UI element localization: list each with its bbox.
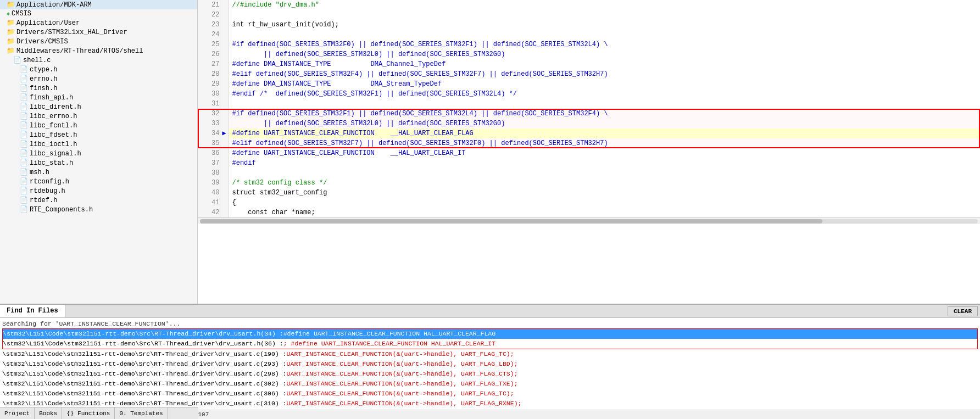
code-line-36: 36#define UART_INSTANCE_CLEAR_FUNCTION _… (198, 148, 980, 158)
search-result-row[interactable]: \stm32\L151\Code\stm32l151-rtt-demo\Src\… (2, 349, 978, 359)
sidebar-item-drivers-cmsis[interactable]: 📁Drivers/CMSIS (0, 37, 197, 46)
sidebar-item-libc-ioctl-h[interactable]: 📄libc_ioctl.h (0, 139, 197, 149)
sidebar-item-msh-h[interactable]: 📄msh.h (0, 167, 197, 177)
sidebar-item-rtdebug-h[interactable]: 📄rtdebug.h (0, 186, 197, 195)
code-line-33: 33 || defined(SOC_SERIES_STM32L0) || def… (198, 119, 980, 129)
sidebar-item-cmsis[interactable]: ◆CMSIS (0, 9, 197, 18)
line-number: 35 (198, 138, 220, 148)
code-line-24: 24 (198, 30, 980, 40)
code-content: #define UART_INSTANCE_CLEAR_FUNCTION __H… (229, 129, 980, 138)
code-content: /* stm32 config class */ (229, 178, 980, 188)
sidebar-label: finsh.h (30, 85, 57, 92)
sidebar-item-app-mdk[interactable]: 📁Application/MDK-ARM (0, 0, 197, 9)
sidebar-item-middlewares-rt[interactable]: 📁Middlewares/RT-Thread/RTOS/shell (0, 46, 197, 55)
code-line-23: 23int rt_hw_usart_init(void); (198, 20, 980, 30)
search-result-row[interactable]: \stm32\L151\Code\stm32l151-rtt-demo\Src\… (3, 339, 977, 349)
code-content: int rt_hw_usart_init(void); (229, 20, 980, 30)
sidebar-label: ctype.h (30, 66, 57, 74)
result-match: UART_INSTANCE_CLEAR_FUNCTION(&(uart->han… (287, 379, 978, 388)
clear-button[interactable]: CLEAR (948, 306, 978, 316)
line-number: 26 (198, 49, 220, 59)
code-content: struct stm32_uart_config (229, 188, 980, 198)
code-content: #endif (229, 158, 980, 168)
line-number: 37 (198, 158, 220, 168)
sidebar-item-libc-signal-h[interactable]: 📄libc_signal.h (0, 149, 197, 158)
code-content: #elif defined(SOC_SERIES_STM32F4) || def… (229, 69, 980, 79)
sidebar-item-errno-h[interactable]: 📄errno.h (0, 74, 197, 83)
sidebar-label: CMSIS (12, 10, 31, 18)
search-red-box: \stm32\L151\Code\stm32l151-rtt-demo\Src\… (2, 328, 978, 349)
line-arrow (220, 158, 229, 168)
sidebar-label: RTE_Components.h (30, 206, 93, 214)
line-arrow (220, 49, 229, 59)
sidebar-item-finsh-h[interactable]: 📄finsh.h (0, 83, 197, 93)
code-line-21: 21//#include "drv_dma.h" (198, 0, 980, 10)
sidebar-label: Application/User (16, 19, 80, 27)
code-line-39: 39/* stm32 config class */ (198, 178, 980, 188)
code-content (229, 168, 980, 178)
sidebar-label: rtdebug.h (30, 187, 65, 195)
sidebar-item-finsh-api-h[interactable]: 📄finsh_api.h (0, 93, 197, 102)
sidebar-label: msh.h (30, 169, 49, 176)
line-arrow (220, 99, 229, 109)
search-result-row[interactable]: \stm32\L151\Code\stm32l151-rtt-demo\Src\… (2, 379, 978, 389)
code-content: #define DMA_INSTANCE_TYPE DMA_Channel_Ty… (229, 59, 980, 69)
sidebar-label: libc_errno.h (30, 113, 77, 120)
line-arrow (220, 168, 229, 178)
result-match: ; #define UART_INSTANCE_CLEAR_FUNCTION H… (283, 339, 977, 348)
code-line-29: 29#define DMA_INSTANCE_TYPE DMA_Stream_T… (198, 79, 980, 89)
code-content: //#include "drv_dma.h" (229, 0, 980, 10)
line-number: 41 (198, 198, 220, 208)
line-number: 24 (198, 30, 220, 40)
search-result-row[interactable]: \stm32\L151\Code\stm32l151-rtt-demo\Src\… (2, 389, 978, 399)
code-line-28: 28#elif defined(SOC_SERIES_STM32F4) || d… (198, 69, 980, 79)
sidebar-item-libc-fdset-h[interactable]: 📄libc_fdset.h (0, 130, 197, 139)
sidebar-item-rtdef-h[interactable]: 📄rtdef.h (0, 195, 197, 205)
result-filepath: \stm32\L151\Code\stm32l151-rtt-demo\Src\… (2, 360, 287, 368)
search-result-row[interactable]: \stm32\L151\Code\stm32l151-rtt-demo\Src\… (2, 359, 978, 369)
sidebar-item-libc-fcntl-h[interactable]: 📄libc_fcntl.h (0, 121, 197, 130)
file-icon: 📄 (20, 112, 28, 120)
code-editor[interactable]: 21//#include "drv_dma.h"22 23int rt_hw_u… (198, 0, 980, 304)
sidebar: 📁Application/MDK-ARM◆CMSIS📁Application/U… (0, 0, 198, 304)
sidebar-item-drivers-stm32[interactable]: 📁Drivers/STM32L1xx_HAL_Driver (0, 27, 197, 37)
sidebar-item-libc-stat-h[interactable]: 📄libc_stat.h (0, 158, 197, 167)
result-match: #define UART_INSTANCE_CLEAR_FUNCTION HAL… (283, 329, 977, 338)
sidebar-item-libc-dirent-h[interactable]: 📄libc_dirent.h (0, 102, 197, 111)
main-area: 📁Application/MDK-ARM◆CMSIS📁Application/U… (0, 0, 980, 304)
sidebar-item-rte-components-h[interactable]: 📄RTE_Components.h (0, 205, 197, 214)
line-number: 28 (198, 69, 220, 79)
search-result-row[interactable]: \stm32\L151\Code\stm32l151-rtt-demo\Src\… (3, 329, 977, 339)
tab-find-in-files[interactable]: Find In Files (0, 305, 65, 317)
line-arrow (220, 188, 229, 198)
file-icon: 📄 (13, 56, 21, 64)
result-match: UART_INSTANCE_CLEAR_FUNCTION(&(uart->han… (287, 370, 978, 378)
file-icon: 📄 (20, 168, 28, 176)
sidebar-item-rtconfig-h[interactable]: 📄rtconfig.h (0, 177, 197, 186)
line-number: 38 (198, 168, 220, 178)
line-number: 21 (198, 0, 220, 10)
sidebar-item-shell-c[interactable]: 📄shell.c (0, 55, 197, 65)
code-line-38: 38 (198, 168, 980, 178)
search-result-row[interactable]: \stm32\L151\Code\stm32l151-rtt-demo\Src\… (2, 369, 978, 379)
sidebar-label: libc_fdset.h (30, 131, 77, 139)
code-content: || defined(SOC_SERIES_STM32L0) || define… (229, 49, 980, 59)
sidebar-item-ctype-h[interactable]: 📄ctype.h (0, 65, 197, 74)
file-icon: 📄 (20, 177, 28, 186)
code-line-25: 25#if defined(SOC_SERIES_STM32F0) || def… (198, 40, 980, 49)
bottom-tabs-bar: Find In Files CLEAR (0, 305, 980, 318)
file-icon: 📄 (20, 121, 28, 130)
code-content (229, 30, 980, 40)
code-content (229, 99, 980, 109)
sidebar-item-libc-errno-h[interactable]: 📄libc_errno.h (0, 111, 197, 121)
line-arrow (220, 59, 229, 69)
line-arrow: ▶ (220, 129, 229, 138)
line-arrow (220, 10, 229, 20)
code-content: #define DMA_INSTANCE_TYPE DMA_Stream_Typ… (229, 79, 980, 89)
line-number: 29 (198, 79, 220, 89)
sidebar-label: Application/MDK-ARM (16, 1, 92, 9)
sidebar-label: finsh_api.h (30, 94, 73, 102)
sidebar-item-app-user[interactable]: 📁Application/User (0, 18, 197, 27)
sidebar-label: libc_fcntl.h (30, 122, 77, 130)
code-line-26: 26 || defined(SOC_SERIES_STM32L0) || def… (198, 49, 980, 59)
